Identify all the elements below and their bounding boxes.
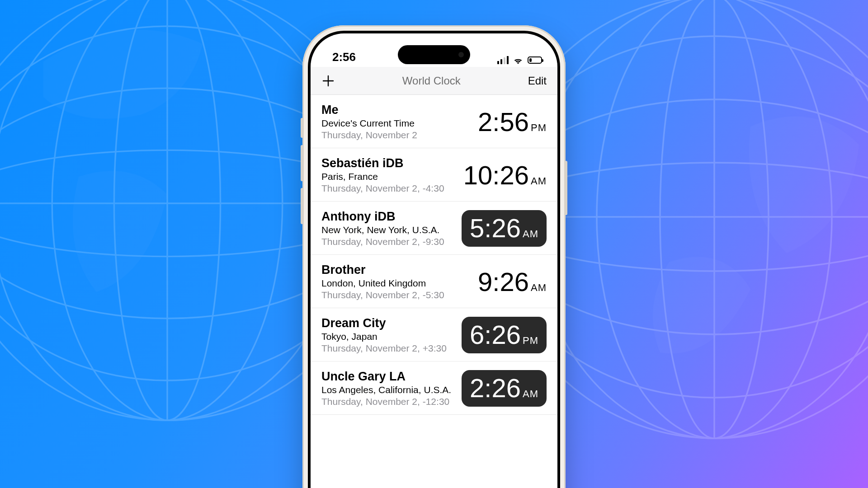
- row-name: Uncle Gary LA: [321, 370, 451, 384]
- row-ampm: PM: [523, 335, 538, 347]
- row-ampm: PM: [531, 122, 547, 134]
- world-clock-row[interactable]: MeDevice's Current TimeThursday, Novembe…: [311, 95, 557, 148]
- world-clock-list[interactable]: MeDevice's Current TimeThursday, Novembe…: [311, 95, 557, 415]
- row-location: Paris, France: [321, 171, 444, 182]
- row-time: 5:26: [470, 213, 521, 243]
- time-display: 2:56PM: [478, 107, 547, 137]
- nav-title: World Clock: [402, 75, 461, 87]
- row-name: Sebastién iDB: [321, 156, 444, 170]
- row-ampm: AM: [531, 175, 547, 187]
- world-clock-row[interactable]: Sebastién iDBParis, FranceThursday, Nove…: [311, 148, 557, 202]
- row-name: Brother: [321, 263, 444, 277]
- world-clock-row[interactable]: Uncle Gary LALos Angeles, California, U.…: [311, 361, 557, 415]
- row-time: 2:26: [470, 373, 521, 403]
- row-location: Device's Current Time: [321, 118, 417, 129]
- row-detail: Thursday, November 2, -9:30: [321, 236, 444, 247]
- cellular-icon: [497, 56, 509, 64]
- row-name: Me: [321, 103, 417, 117]
- screen: 2:56 World Clock Edit MeDevice's Curr: [311, 33, 557, 488]
- row-ampm: AM: [523, 388, 538, 400]
- time-display: 9:26AM: [478, 267, 547, 297]
- row-time: 9:26: [478, 267, 529, 297]
- row-location: Los Angeles, California, U.S.A.: [321, 385, 451, 395]
- row-detail: Thursday, November 2, -12:30: [321, 396, 451, 407]
- add-button[interactable]: [321, 74, 335, 88]
- row-detail: Thursday, November 2, -5:30: [321, 290, 444, 300]
- row-name: Dream City: [321, 316, 447, 330]
- edit-button[interactable]: Edit: [528, 75, 547, 87]
- mute-switch: [301, 118, 303, 138]
- power-button: [565, 161, 567, 215]
- time-chip: 2:26AM: [462, 370, 547, 407]
- row-detail: Thursday, November 2, -4:30: [321, 183, 444, 194]
- row-detail: Thursday, November 2, +3:30: [321, 343, 447, 354]
- status-time: 2:56: [332, 50, 356, 64]
- wifi-icon: [513, 56, 524, 64]
- nav-bar: World Clock Edit: [311, 67, 557, 95]
- world-clock-row[interactable]: BrotherLondon, United KingdomThursday, N…: [311, 255, 557, 308]
- status-bar: 2:56: [311, 33, 557, 67]
- iphone-frame: 2:56 World Clock Edit MeDevice's Curr: [302, 25, 566, 488]
- world-clock-row[interactable]: Dream CityTokyo, JapanThursday, November…: [311, 308, 557, 361]
- row-time: 6:26: [470, 319, 521, 350]
- row-ampm: AM: [523, 228, 538, 240]
- row-ampm: AM: [531, 282, 547, 294]
- row-location: London, United Kingdom: [321, 278, 444, 289]
- volume-down-button: [301, 188, 303, 224]
- row-time: 2:56: [478, 107, 529, 137]
- row-detail: Thursday, November 2: [321, 130, 417, 141]
- time-chip: 5:26AM: [462, 210, 547, 247]
- time-display: 10:26AM: [463, 160, 547, 190]
- row-location: Tokyo, Japan: [321, 331, 447, 342]
- volume-up-button: [301, 145, 303, 181]
- row-name: Anthony iDB: [321, 210, 444, 224]
- battery-icon: [528, 56, 542, 64]
- world-clock-row[interactable]: Anthony iDBNew York, New York, U.S.A.Thu…: [311, 202, 557, 255]
- row-location: New York, New York, U.S.A.: [321, 225, 444, 235]
- row-time: 10:26: [463, 160, 529, 190]
- time-chip: 6:26PM: [462, 317, 547, 353]
